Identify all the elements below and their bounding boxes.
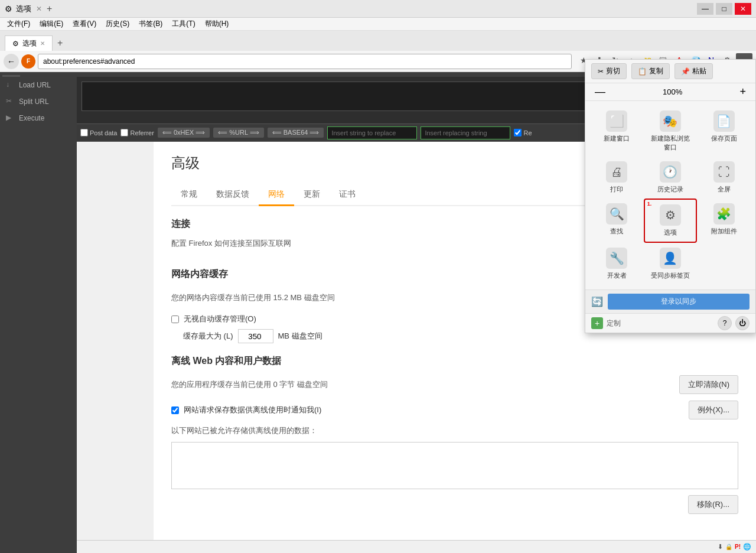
find-icon: 🔍: [606, 203, 627, 225]
paste-icon: 📌: [681, 67, 690, 76]
notify-row: 网站请求保存数据供离线使用时通知我(I) 例外(X)...: [171, 401, 738, 419]
replacing-string-input[interactable]: [421, 126, 510, 139]
zoom-row: — 100% +: [585, 83, 755, 101]
tab-options[interactable]: ⚙ 选项 ✕: [5, 35, 53, 51]
offline-sites-list: [171, 442, 738, 489]
load-url-item[interactable]: ↓ Load URL: [0, 77, 77, 93]
addons-item[interactable]: 🧩 附加组件: [697, 199, 751, 243]
execute-item[interactable]: ▶ Execute: [0, 110, 77, 126]
scissors-icon: ✂: [598, 67, 604, 76]
menu-help[interactable]: 帮助(H): [200, 19, 234, 29]
save-page-item[interactable]: 📄 保存页面: [697, 106, 751, 157]
menu-grid: ⬜ 新建窗口 🎭 新建隐私浏览窗口 📄 保存页面 🖨 打印 🕐 历史记录 ⛶ 全…: [585, 101, 755, 289]
new-tab-button[interactable]: +: [53, 35, 67, 51]
print-icon: 🖨: [606, 161, 627, 183]
int-panel: ↓ Load URL ✂ Split URL ▶ Execute: [0, 77, 77, 553]
tab-network[interactable]: 网络: [259, 184, 294, 206]
clear-offline-button[interactable]: 立即清除(N): [679, 375, 738, 394]
cut-button[interactable]: ✂ 剪切: [591, 63, 627, 79]
base64-button[interactable]: ⟸ BASE64 ⟹: [268, 128, 324, 138]
tab-bar: ⚙ 选项 ✕ +: [0, 31, 756, 51]
copy-icon: 📋: [638, 67, 647, 76]
back-button[interactable]: ←: [4, 54, 19, 69]
re-checkbox[interactable]: [514, 129, 522, 136]
menu-edit[interactable]: 编辑(E): [35, 19, 68, 29]
cache-used-text: 您的网络内容缓存当前已使用 15.2 MB 磁盘空间: [171, 292, 335, 303]
connection-desc: 配置 Firefox 如何连接至国际互联网: [171, 238, 291, 249]
private-window-item[interactable]: 🎭 新建隐私浏览窗口: [644, 106, 698, 157]
status-icon4: 🌐: [743, 543, 751, 551]
developer-item[interactable]: 🔧 开发者: [590, 243, 644, 285]
print-item[interactable]: 🖨 打印: [590, 157, 644, 199]
paste-button[interactable]: 📌 粘贴: [674, 63, 713, 79]
customize-plus-icon: +: [591, 317, 603, 329]
history-item[interactable]: 🕐 历史记录: [644, 157, 698, 199]
new-window-item[interactable]: ⬜ 新建窗口: [590, 106, 644, 157]
tab-update[interactable]: 更新: [294, 184, 330, 206]
insert-replace-input[interactable]: [327, 126, 417, 139]
url-button[interactable]: ⟸ %URL ⟹: [213, 128, 264, 138]
sync-login-button[interactable]: 登录以同步: [608, 294, 750, 310]
sync-tab-item[interactable]: 👤 受同步标签页: [644, 243, 698, 285]
hex-button[interactable]: ⟸ 0xHEX ⟹: [158, 128, 210, 138]
tab-close-icon[interactable]: ✕: [40, 40, 45, 47]
address-input[interactable]: [38, 54, 572, 69]
zoom-level: 100%: [614, 87, 731, 96]
window-title: 选项: [16, 4, 31, 14]
status-icon2: 🔒: [725, 544, 732, 550]
zoom-minus-button[interactable]: —: [590, 86, 610, 98]
options-item[interactable]: 1. ⚙ 选项: [644, 199, 698, 243]
firefox-menu: ✂ 剪切 📋 复制 📌 粘贴 — 100% + ⬜ 新建窗口 🎭 新建隐私浏览窗…: [585, 59, 756, 333]
sync-circle-icon: 🔄: [591, 296, 603, 307]
offline-section: 离线 Web 内容和用户数据 您的应用程序缓存当前已使用 0 字节 磁盘空间 立…: [171, 355, 738, 514]
developer-icon: 🔧: [606, 248, 627, 269]
power-button[interactable]: ⏻: [735, 316, 750, 330]
menu-bookmarks[interactable]: 书签(B): [134, 19, 167, 29]
customize-row: + 定制 ? ⏻: [585, 313, 755, 333]
remove-offline-button[interactable]: 移除(R)...: [688, 495, 738, 514]
split-url-icon: ✂: [6, 97, 15, 106]
menu-history[interactable]: 历史(S): [101, 19, 134, 29]
sync-bottom-row: 🔄 登录以同步: [585, 289, 755, 313]
sync-tab-icon: 👤: [660, 248, 681, 269]
post-data-checkbox[interactable]: [80, 129, 88, 136]
zoom-plus-button[interactable]: +: [735, 86, 751, 98]
download-icon: ⬇: [718, 543, 723, 551]
help-button[interactable]: ?: [718, 316, 732, 330]
offline-list-label: 以下网站已被允许存储供离线使用的数据：: [171, 425, 738, 436]
addons-icon: 🧩: [713, 203, 735, 225]
copy-button[interactable]: 📋 复制: [631, 63, 670, 79]
tab-feedback[interactable]: 数据反馈: [207, 184, 259, 206]
menu-bar: 文件(F) 编辑(E) 查看(V) 历史(S) 书签(B) 工具(T) 帮助(H…: [0, 18, 756, 31]
fullscreen-icon: ⛶: [713, 161, 735, 183]
cache-limit-input[interactable]: [238, 329, 273, 343]
minimize-button[interactable]: —: [697, 3, 713, 15]
find-item[interactable]: 🔍 查找: [590, 199, 644, 243]
post-data-check[interactable]: Post data: [80, 129, 117, 136]
load-url-icon: ↓: [6, 80, 15, 90]
maximize-button[interactable]: □: [716, 3, 732, 15]
menu-view[interactable]: 查看(V): [68, 19, 101, 29]
status-icons: ⬇ 🔒 P! 🌐: [718, 543, 751, 551]
history-icon: 🕐: [660, 161, 681, 183]
title-bar: ⚙ 选项 ✕ + — □ ✕: [0, 0, 756, 18]
tab-cert[interactable]: 证书: [330, 184, 365, 206]
private-window-icon: 🎭: [660, 110, 681, 132]
tab-general[interactable]: 常规: [171, 184, 207, 206]
menu-file[interactable]: 文件(F): [2, 19, 35, 29]
menu-tools[interactable]: 工具(T): [167, 19, 200, 29]
split-url-item[interactable]: ✂ Split URL: [0, 93, 77, 110]
options-icon: ⚙: [660, 204, 681, 226]
referrer-checkbox[interactable]: [120, 129, 128, 136]
offline-used-text: 您的应用程序缓存当前已使用 0 字节 磁盘空间: [171, 379, 328, 390]
close-button[interactable]: ✕: [735, 3, 751, 15]
re-check[interactable]: Re: [514, 129, 532, 136]
save-page-icon: 📄: [713, 110, 735, 132]
execute-icon: ▶: [6, 113, 15, 123]
fullscreen-item[interactable]: ⛶ 全屏: [697, 157, 751, 199]
referrer-check[interactable]: Referrer: [120, 129, 154, 136]
notify-checkbox[interactable]: [171, 406, 179, 414]
exception-button[interactable]: 例外(X)...: [689, 401, 738, 419]
status-icon3: P!: [735, 544, 741, 550]
ignore-cache-checkbox[interactable]: [171, 315, 179, 323]
